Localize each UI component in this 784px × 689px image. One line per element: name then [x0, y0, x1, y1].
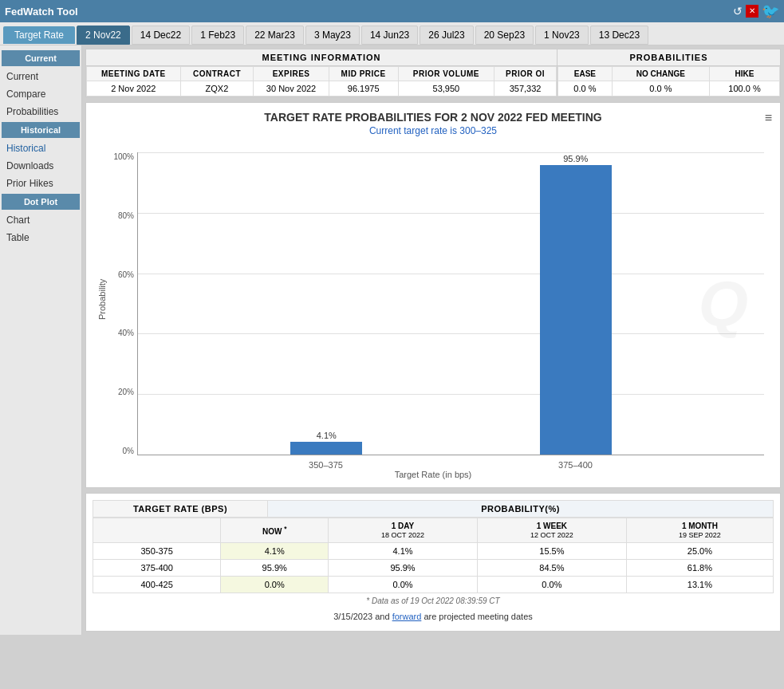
col-no-change: NO CHANGE	[612, 67, 709, 81]
table-row: 375-400 95.9% 95.9% 84.5% 61.8%	[93, 560, 774, 577]
no-change-value: 0.0 %	[612, 81, 709, 96]
bar2-label-top: 95.9%	[563, 154, 588, 163]
prob-bottom-panel: TARGET RATE (BPS) PROBABILITY(%) NOW * 1…	[85, 493, 781, 632]
y-tick-40: 40%	[112, 329, 134, 337]
1week-350-375: 15.5%	[477, 543, 626, 560]
x-axis-labels: 350–375 375–400	[137, 460, 764, 470]
table-row: 350-375 4.1% 4.1% 15.5% 25.0%	[93, 543, 774, 560]
prob-bottom-table: NOW * 1 DAY18 OCT 2022 1 WEEK12 OCT 2022…	[93, 518, 774, 593]
rate-400-425: 400-425	[93, 577, 221, 593]
tab-target-rate[interactable]: Target Rate	[3, 26, 75, 44]
x-label-1: 350–375	[309, 460, 343, 470]
nav-tabs-row: Target Rate 2 Nov22 14 Dec22 1 Feb23 22 …	[0, 22, 784, 45]
sidebar-item-table[interactable]: Table	[0, 229, 81, 246]
now-375-400: 95.9%	[221, 560, 329, 577]
expires-value: 30 Nov 2022	[254, 81, 329, 96]
meeting-info-header: MEETING INFORMATION	[86, 49, 557, 66]
col-expires: EXPIRES	[254, 67, 329, 81]
y-tick-0: 0%	[112, 447, 134, 455]
top-bar: FedWatch Tool ↺ ✕ 🐦	[0, 0, 784, 22]
footnote: * Data as of 19 Oct 2022 08:39:59 CT	[93, 593, 774, 608]
sidebar-item-probabilities[interactable]: Probabilities	[0, 103, 81, 120]
tab-14jun23[interactable]: 14 Jun23	[361, 26, 418, 45]
contract-value: ZQX2	[180, 81, 254, 96]
sidebar-item-chart[interactable]: Chart	[0, 211, 81, 229]
tab-13dec23[interactable]: 13 Dec23	[590, 26, 648, 45]
tab-26jul23[interactable]: 26 Jul23	[420, 26, 473, 45]
tab-1nov23[interactable]: 1 Nov23	[535, 26, 589, 45]
main-layout: Current Current Compare Probabilities Hi…	[0, 45, 784, 635]
bar1-label-top: 4.1%	[317, 431, 337, 440]
bar-group-1: 4.1%	[290, 431, 362, 455]
sidebar-item-compare[interactable]: Compare	[0, 85, 81, 103]
y-tick-80: 80%	[112, 211, 134, 220]
app-title: FedWatch Tool	[5, 6, 78, 18]
th-1day: 1 DAY18 OCT 2022	[329, 518, 478, 543]
col-contract: CONTRACT	[180, 67, 254, 81]
bar2	[540, 165, 612, 455]
reload-icon[interactable]: ↺	[733, 5, 743, 18]
tab-22mar23[interactable]: 22 Mar23	[246, 26, 304, 45]
y-tick-100: 100%	[112, 152, 134, 161]
sidebar-item-historical[interactable]: Historical	[0, 140, 81, 157]
th-1month: 1 MONTH19 SEP 2022	[626, 518, 773, 543]
1day-375-400: 95.9%	[329, 560, 478, 577]
prob-table: EASE NO CHANGE HIKE 0.0 % 0.0 % 100.0 %	[557, 66, 780, 96]
chart-area: Probability 0% 20% 40% 60% 80% 100%	[94, 144, 772, 479]
content-area: MEETING INFORMATION MEETING DATE CONTRAC…	[82, 45, 784, 635]
sidebar-section-historical: Historical Historical Downloads Prior Hi…	[0, 122, 81, 192]
chart-title: TARGET RATE PROBABILITIES FOR 2 NOV 2022…	[94, 111, 772, 124]
tab-14dec22[interactable]: 14 Dec22	[132, 26, 190, 45]
meeting-info-section: MEETING INFORMATION MEETING DATE CONTRAC…	[86, 49, 557, 96]
rate-375-400: 375-400	[93, 560, 221, 577]
th-now: NOW *	[221, 518, 329, 543]
prior-oi-value: 357,332	[494, 81, 557, 96]
prob-section-header: PROBABILITY(%)	[268, 500, 774, 518]
tab-1feb23[interactable]: 1 Feb23	[191, 26, 244, 45]
table-row: 400-425 0.0% 0.0% 0.0% 13.1%	[93, 577, 774, 593]
prior-volume-value: 53,950	[398, 81, 494, 96]
th-1week: 1 WEEK12 OCT 2022	[477, 518, 626, 543]
sidebar-group-current[interactable]: Current	[2, 50, 80, 66]
tab-20sep23[interactable]: 20 Sep23	[475, 26, 534, 45]
col-prior-oi: PRIOR OI	[494, 67, 557, 81]
x-label-2: 375–400	[558, 460, 593, 470]
bars-container: 4.1% 95.9%	[138, 152, 764, 455]
tab-2nov22[interactable]: 2 Nov22	[77, 26, 130, 45]
footer-link[interactable]: forward	[392, 612, 422, 621]
sidebar-section-dot-plot: Dot Plot Chart Table	[0, 194, 81, 246]
footer-note: 3/15/2023 and forward are projected meet…	[93, 608, 774, 624]
col-meeting-date: MEETING DATE	[87, 67, 181, 81]
twitter-icon[interactable]: 🐦	[762, 2, 779, 20]
sidebar: Current Current Compare Probabilities Hi…	[0, 45, 82, 635]
sidebar-item-current[interactable]: Current	[0, 68, 81, 85]
col-ease: EASE	[558, 67, 613, 81]
tab-3may23[interactable]: 3 May23	[305, 26, 360, 45]
rate-column-header: TARGET RATE (BPS)	[93, 500, 268, 518]
sidebar-item-downloads[interactable]: Downloads	[0, 157, 81, 175]
col-mid-price: MID PRICE	[329, 67, 398, 81]
y-axis-label: Probability	[97, 304, 107, 320]
footer-text-1: 3/15/2023 and	[333, 612, 392, 621]
col-hike: HIKE	[710, 67, 780, 81]
prob-bottom-thead-row: NOW * 1 DAY18 OCT 2022 1 WEEK12 OCT 2022…	[93, 518, 774, 543]
footer-text-2: are projected meeting dates	[424, 612, 532, 621]
close-icon[interactable]: ✕	[746, 5, 758, 18]
meeting-info-table: MEETING DATE CONTRACT EXPIRES MID PRICE …	[86, 66, 557, 96]
sidebar-item-prior-hikes[interactable]: Prior Hikes	[0, 175, 81, 192]
x-axis-title: Target Rate (in bps)	[94, 470, 772, 479]
meeting-probabilities-panel: MEETING INFORMATION MEETING DATE CONTRAC…	[85, 49, 781, 97]
chart-inner: Q 4.1% 95.9%	[137, 152, 764, 455]
y-tick-20: 20%	[112, 388, 134, 396]
1day-400-425: 0.0%	[329, 577, 478, 593]
th-rate	[93, 518, 221, 543]
chart-subtitle: Current target rate is 300–325	[94, 125, 772, 136]
1month-400-425: 13.1%	[626, 577, 773, 593]
chart-panel: TARGET RATE PROBABILITIES FOR 2 NOV 2022…	[85, 102, 781, 488]
sidebar-group-historical[interactable]: Historical	[2, 122, 80, 138]
rate-350-375: 350-375	[93, 543, 221, 560]
mid-price-value: 96.1975	[329, 81, 398, 96]
1week-375-400: 84.5%	[477, 560, 626, 577]
chart-menu-icon[interactable]: ≡	[765, 111, 772, 125]
sidebar-group-dot-plot[interactable]: Dot Plot	[2, 194, 80, 210]
